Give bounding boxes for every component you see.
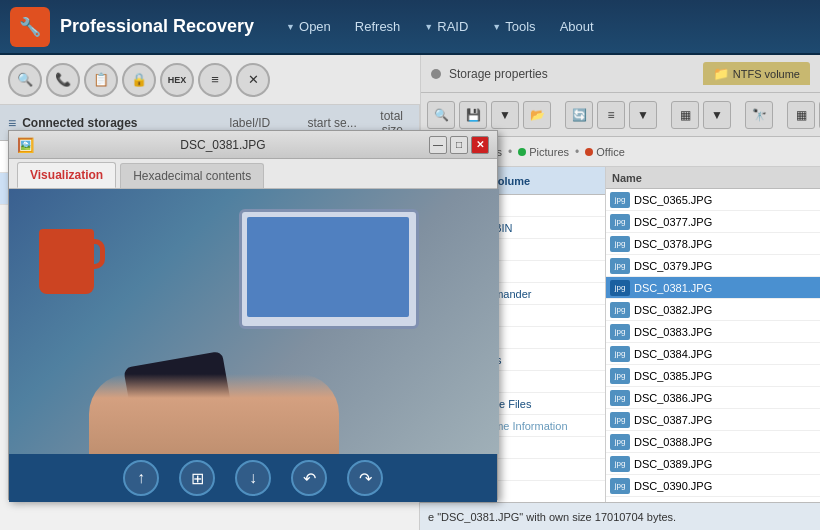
mug-shape [39,229,94,294]
maximize-button[interactable]: □ [450,136,468,154]
bc-office[interactable]: Office [585,146,625,158]
status-bar: e "DSC_0381.JPG" with own size 17010704 … [420,502,820,530]
viewer-fit-button[interactable]: ⊞ [179,460,215,496]
viewer-up-button[interactable]: ↑ [123,460,159,496]
viewer-redo-button[interactable]: ↷ [347,460,383,496]
sp-title: Storage properties [449,67,703,81]
file-list-header: Name [606,167,820,189]
file-icon-0388: jpg [610,434,630,450]
menu-about[interactable]: About [548,13,606,40]
file-icon-0390: jpg [610,478,630,494]
menu-raid-arrow: ▼ [424,22,433,32]
rt-refresh-button[interactable]: 🔄 [565,101,593,129]
menu-refresh[interactable]: Refresh [343,13,413,40]
viewer-titlebar: 🖼️ DSC_0381.JPG — □ ✕ [9,131,497,159]
file-icon-0383: jpg [610,324,630,340]
file-row-0389[interactable]: jpg DSC_0389.JPG [606,453,820,475]
file-row-0379[interactable]: jpg DSC_0379.JPG [606,255,820,277]
menu-tools-arrow: ▼ [492,22,501,32]
menu-open-arrow: ▼ [286,22,295,32]
lock-button[interactable]: 🔒 [122,63,156,97]
rt-extra-button[interactable]: ▦ [787,101,815,129]
ntfs-folder-icon: 📁 [713,66,729,81]
viewer-file-icon: 🖼️ [17,137,34,153]
file-row-0384[interactable]: jpg DSC_0384.JPG [606,343,820,365]
close-button[interactable]: ✕ [471,136,489,154]
file-icon-0387: jpg [610,412,630,428]
file-row-0386[interactable]: jpg DSC_0386.JPG [606,387,820,409]
viewer-title: DSC_0381.JPG [40,138,406,152]
file-row-0382[interactable]: jpg DSC_0382.JPG [606,299,820,321]
viewer-tabs: Visualization Hexadecimal contents [9,159,497,189]
clipboard-button[interactable]: 📋 [84,63,118,97]
file-row-0377[interactable]: jpg DSC_0377.JPG [606,211,820,233]
file-icon-0377: jpg [610,214,630,230]
bc-dot-office [585,148,593,156]
hex-button[interactable]: HEX [160,63,194,97]
menu-tools[interactable]: ▼ Tools [480,13,547,40]
storages-icon: ≡ [8,115,16,131]
image-viewer-window: 🖼️ DSC_0381.JPG — □ ✕ Visualization Hexa… [8,130,498,500]
rt-filter-button[interactable]: ≡ [597,101,625,129]
menu-open[interactable]: ▼ Open [274,13,343,40]
tab-hexadecimal[interactable]: Hexadecimal contents [120,163,264,188]
app-logo: 🔧 [10,7,50,47]
image-background [9,189,499,454]
file-icon-0365: jpg [610,192,630,208]
file-icon-0385: jpg [610,368,630,384]
file-row-0387[interactable]: jpg DSC_0387.JPG [606,409,820,431]
file-row-0388[interactable]: jpg DSC_0388.JPG [606,431,820,453]
status-text: e "DSC_0381.JPG" with own size 17010704 … [428,511,676,523]
file-row-0385[interactable]: jpg DSC_0385.JPG [606,365,820,387]
list-button[interactable]: ≡ [198,63,232,97]
file-row-0378[interactable]: jpg DSC_0378.JPG [606,233,820,255]
file-row-0383[interactable]: jpg DSC_0383.JPG [606,321,820,343]
minimize-button[interactable]: — [429,136,447,154]
file-icon-0382: jpg [610,302,630,318]
sp-dot [431,69,441,79]
file-row-0381[interactable]: jpg DSC_0381.JPG [606,277,820,299]
left-toolbar: 🔍 📞 📋 🔒 HEX ≡ ✕ [0,55,420,105]
mug-handle [89,239,105,269]
storage-props-header: Storage properties 📁 NTFS volume [421,55,820,93]
file-icon-0378: jpg [610,236,630,252]
file-icon-0389: jpg [610,456,630,472]
app-title: Professional Recovery [60,16,254,37]
rt-save-button[interactable]: 💾 [459,101,487,129]
rt-binoculars-button[interactable]: 🔭 [745,101,773,129]
rt-view-dropdown[interactable]: ▼ [703,101,731,129]
rt-view-button[interactable]: ▦ [671,101,699,129]
title-bar: 🔧 Professional Recovery ▼ Open Refresh ▼… [0,0,820,55]
search-button[interactable]: 🔍 [8,63,42,97]
rt-filter-dropdown[interactable]: ▼ [629,101,657,129]
file-icon-0379: jpg [610,258,630,274]
close-toolbar-button[interactable]: ✕ [236,63,270,97]
ntfs-volume-tab[interactable]: 📁 NTFS volume [703,62,810,85]
hands-area [89,374,339,454]
file-list[interactable]: Name jpg DSC_0365.JPG jpg DSC_0377.JPG j… [606,167,820,530]
menu-raid[interactable]: ▼ RAID [412,13,480,40]
rt-save-dropdown[interactable]: ▼ [491,101,519,129]
bc-pictures[interactable]: Pictures [518,146,569,158]
file-icon-0381: jpg [610,280,630,296]
viewer-down-button[interactable]: ↓ [235,460,271,496]
tab-visualization[interactable]: Visualization [17,162,116,188]
file-row-0390[interactable]: jpg DSC_0390.JPG [606,475,820,497]
bc-dot-pictures [518,148,526,156]
file-row-0365[interactable]: jpg DSC_0365.JPG [606,189,820,211]
rt-search-button[interactable]: 🔍 [427,101,455,129]
viewer-image-area [9,189,499,454]
file-icon-0386: jpg [610,390,630,406]
rt-open-button[interactable]: 📂 [523,101,551,129]
file-icon-0384: jpg [610,346,630,362]
laptop-screen [247,217,409,317]
viewer-undo-button[interactable]: ↶ [291,460,327,496]
phone-button[interactable]: 📞 [46,63,80,97]
viewer-footer: ↑ ⊞ ↓ ↶ ↷ [9,454,497,502]
